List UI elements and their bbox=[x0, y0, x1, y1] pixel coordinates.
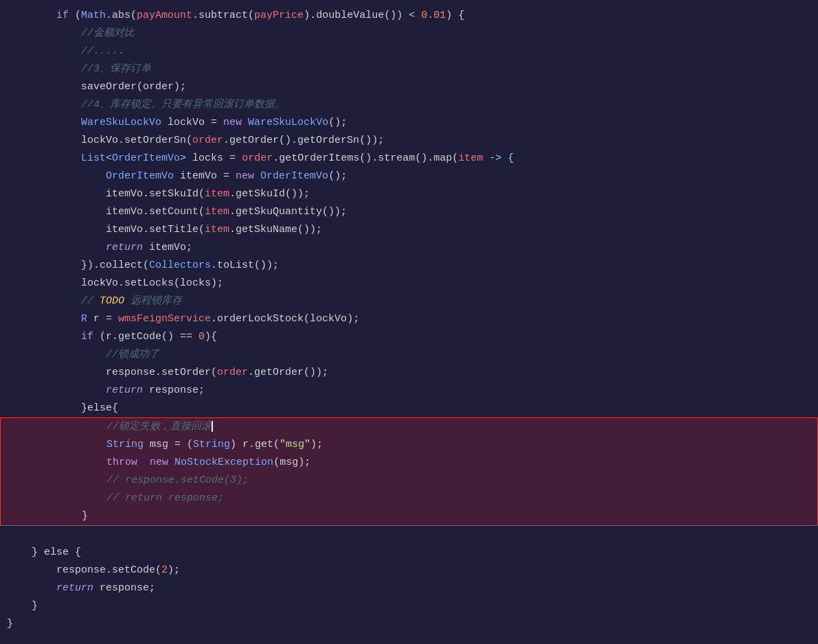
code-line: }).collect(Collectors.toList()); bbox=[0, 257, 818, 275]
code-line: String msg = (String) r.get("msg"); bbox=[1, 436, 817, 454]
code-line: }else{ bbox=[0, 400, 818, 417]
code-line: return itemVo; bbox=[0, 239, 818, 257]
code-line: // return response; bbox=[1, 490, 817, 507]
code-line: //金额对比 bbox=[0, 25, 818, 43]
code-line: itemVo.setCount(item.getSkuQuantity()); bbox=[0, 203, 818, 221]
code-line: itemVo.setSkuId(item.getSkuId()); bbox=[0, 185, 818, 203]
code-line: OrderItemVo itemVo = new OrderItemVo(); bbox=[0, 168, 818, 185]
code-line: return response; bbox=[0, 579, 818, 597]
code-line: saveOrder(order); bbox=[0, 78, 818, 96]
code-line: return response; bbox=[0, 382, 818, 400]
highlighted-code-block: //锁定失败，直接回滚 String msg = (String) r.get(… bbox=[0, 417, 818, 526]
code-line: throw new NoStockException(msg); bbox=[1, 454, 817, 472]
code-line: response.setOrder(order.getOrder()); bbox=[0, 364, 818, 382]
code-line: if (r.getCode() == 0){ bbox=[0, 328, 818, 346]
code-line: WareSkuLockVo lockVo = new WareSkuLockVo… bbox=[0, 114, 818, 132]
code-line: //锁定失败，直接回滚 bbox=[1, 418, 817, 436]
code-line: // response.setCode(3); bbox=[1, 472, 817, 490]
code-line: R r = wmsFeignService.orderLockStock(loc… bbox=[0, 310, 818, 328]
code-line: //..... bbox=[0, 43, 818, 60]
code-line: } bbox=[0, 597, 818, 615]
code-editor: if (Math.abs(payAmount.subtract(payPrice… bbox=[0, 0, 818, 644]
code-line: lockVo.setLocks(locks); bbox=[0, 275, 818, 292]
code-line: } bbox=[1, 507, 817, 525]
code-line bbox=[0, 526, 818, 544]
code-line: //3、保存订单 bbox=[0, 60, 818, 78]
code-line: itemVo.setTitle(item.getSkuName()); bbox=[0, 221, 818, 239]
code-line: } bbox=[0, 615, 818, 633]
code-line: lockVo.setOrderSn(order.getOrder().getOr… bbox=[0, 132, 818, 150]
code-line: //锁成功了 bbox=[0, 346, 818, 364]
code-line: if (Math.abs(payAmount.subtract(payPrice… bbox=[0, 7, 818, 25]
code-line: } else { bbox=[0, 544, 818, 562]
code-line: // TODO 远程锁库存 bbox=[0, 292, 818, 310]
code-line: List<OrderItemVo> locks = order.getOrder… bbox=[0, 150, 818, 168]
code-line: response.setCode(2); bbox=[0, 562, 818, 579]
code-line: //4、库存锁定。只要有异常回滚订单数据。 bbox=[0, 96, 818, 114]
